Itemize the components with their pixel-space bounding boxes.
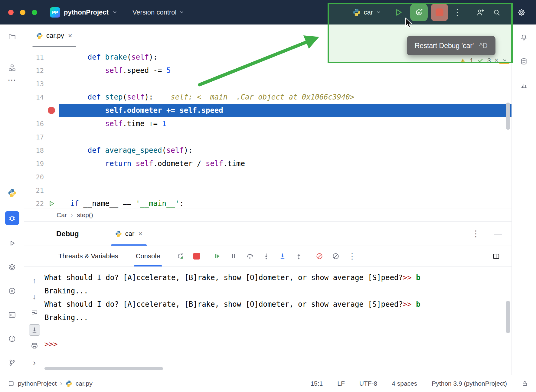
database-button[interactable] — [518, 55, 530, 67]
mute-breakpoints-button[interactable] — [315, 252, 323, 260]
version-control-menu[interactable]: Version control — [132, 8, 185, 16]
code-line[interactable]: 18 def average_speed(self): — [24, 144, 511, 157]
run-tool-button[interactable] — [6, 237, 18, 249]
profiler-button[interactable] — [518, 79, 530, 91]
pause-icon — [230, 252, 237, 260]
no-suspend-button[interactable] — [332, 252, 340, 260]
code-line[interactable]: 12 self.speed -= 5 — [24, 64, 511, 77]
soft-wrap-button[interactable] — [30, 309, 38, 316]
editor-gutter[interactable]: 21 — [24, 184, 59, 197]
layout-settings-button[interactable] — [492, 252, 500, 260]
editor-gutter[interactable]: 22 — [24, 197, 59, 208]
breakpoint-icon[interactable] — [48, 107, 55, 114]
editor-gutter[interactable]: 13 — [24, 77, 59, 90]
run-anything-button[interactable] — [6, 285, 18, 297]
run-button[interactable] — [390, 4, 407, 21]
window-minimize-button[interactable] — [20, 10, 25, 15]
debug-session-tab[interactable]: car × — [111, 222, 147, 246]
structure-tool-button[interactable] — [6, 62, 18, 74]
code-line[interactable]: self.odometer += self.speed — [24, 104, 511, 117]
code-line[interactable]: 13 — [24, 77, 511, 90]
code-line[interactable]: 11 def brake(self): — [24, 51, 511, 64]
editor-gutter[interactable]: 12 — [24, 64, 59, 77]
status-breadcrumb-file[interactable]: car.py — [76, 380, 93, 387]
editor-scrollbar[interactable] — [506, 103, 510, 130]
run-config-selector[interactable]: car — [353, 8, 381, 16]
console-horizontal-scrollbar[interactable] — [44, 367, 163, 370]
settings-button[interactable] — [515, 4, 528, 21]
code-line[interactable]: 19 return self.odometer / self.time — [24, 157, 511, 170]
kebab-icon[interactable]: ⋮ — [472, 230, 480, 238]
indent-style[interactable]: 4 spaces — [392, 380, 417, 387]
caret-position[interactable]: 15:1 — [310, 380, 323, 387]
breadcrumb-class[interactable]: Car — [57, 211, 67, 219]
code-line[interactable]: 22if __name__ == '__main__': — [24, 197, 511, 208]
file-encoding[interactable]: UTF-8 — [359, 380, 377, 387]
play-circle-icon — [8, 287, 16, 295]
stop-debug-button[interactable] — [192, 252, 201, 260]
step-into-button[interactable] — [262, 252, 270, 260]
editor-gutter[interactable]: 18 — [24, 144, 59, 157]
close-icon[interactable]: × — [495, 56, 498, 64]
code-line[interactable]: 20 — [24, 170, 511, 184]
stop-button[interactable] — [431, 4, 448, 21]
console-vertical-scrollbar[interactable] — [506, 301, 510, 333]
code-line[interactable]: 17 — [24, 130, 511, 144]
tab-console[interactable]: Console — [134, 246, 162, 266]
scroll-down-button[interactable]: ↓ — [30, 292, 38, 301]
services-tool-button[interactable] — [6, 261, 18, 273]
breadcrumb-method[interactable]: step() — [77, 211, 93, 219]
debugger-more-button[interactable]: ⋮ — [348, 252, 356, 260]
scroll-up-button[interactable]: ↑ — [30, 276, 38, 285]
editor-gutter[interactable] — [24, 104, 59, 117]
force-step-into-button[interactable] — [278, 252, 286, 260]
terminal-tool-button[interactable] — [6, 309, 18, 321]
editor-gutter[interactable]: 17 — [24, 130, 59, 144]
editor-tab-car-py[interactable]: car.py × — [32, 24, 76, 47]
line-separator[interactable]: LF — [337, 380, 345, 387]
problems-tool-button[interactable] — [6, 333, 18, 345]
scroll-to-end-button[interactable] — [29, 324, 40, 335]
code-line[interactable]: 14 def step(self): self: <__main__.Car o… — [24, 90, 511, 104]
project-tool-button[interactable] — [6, 31, 18, 43]
inspections-widget[interactable]: 1 3 × — [459, 56, 507, 64]
restart-debug-button[interactable] — [410, 4, 428, 21]
lock-icon[interactable] — [521, 380, 528, 387]
close-icon[interactable]: × — [138, 230, 142, 238]
python-icon — [36, 32, 43, 39]
print-button[interactable] — [30, 342, 38, 350]
console-output[interactable]: What should I do? [A]ccelerate, [B]rake,… — [44, 267, 511, 375]
code-line[interactable]: 21 — [24, 184, 511, 197]
minimize-icon[interactable]: — — [494, 229, 502, 238]
project-widget[interactable]: PP pythonProject — [50, 7, 117, 18]
editor-gutter[interactable]: 19 — [24, 157, 59, 170]
editor-gutter[interactable]: 11 — [24, 51, 59, 64]
chevron-down-icon[interactable] — [502, 58, 507, 63]
more-options-button[interactable]: ⋮ — [451, 4, 463, 21]
pause-button[interactable] — [229, 252, 237, 260]
rerun-button[interactable] — [176, 252, 184, 260]
python-packages-button[interactable] — [6, 187, 18, 199]
resume-button[interactable] — [213, 252, 221, 260]
status-breadcrumb-project[interactable]: pythonProject — [18, 380, 57, 387]
version-control-tool-button[interactable] — [6, 357, 18, 369]
tab-threads-variables[interactable]: Threads & Variables — [56, 246, 120, 266]
search-everywhere-button[interactable] — [490, 4, 503, 21]
window-close-button[interactable] — [8, 10, 14, 15]
code-with-me-button[interactable] — [474, 4, 487, 21]
expand-gutter-button[interactable]: › — [30, 359, 38, 367]
debug-tool-button[interactable] — [5, 211, 19, 225]
run-gutter-icon[interactable] — [44, 197, 59, 208]
editor-gutter[interactable]: 14 — [24, 90, 59, 104]
python-interpreter[interactable]: Python 3.9 (pythonProject) — [432, 380, 507, 387]
editor-gutter[interactable]: 20 — [24, 170, 59, 184]
editor-gutter[interactable]: 16 — [24, 117, 59, 130]
notifications-button[interactable] — [518, 31, 530, 44]
code-editor[interactable]: 11 def brake(self):12 self.speed -= 5131… — [24, 47, 511, 208]
step-out-button[interactable] — [295, 252, 303, 260]
window-zoom-button[interactable] — [32, 10, 37, 15]
close-icon[interactable]: × — [68, 31, 72, 40]
code-line[interactable]: 16 self.time += 1 — [24, 117, 511, 130]
more-tools-button[interactable]: ⋯ — [6, 74, 18, 86]
step-over-button[interactable] — [246, 252, 254, 260]
